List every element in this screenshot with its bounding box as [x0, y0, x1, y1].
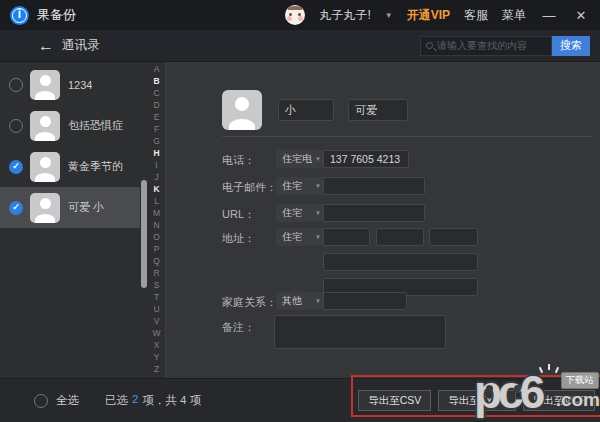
- alphabet-letter[interactable]: E: [154, 113, 160, 122]
- last-name-field[interactable]: [348, 99, 408, 121]
- alphabet-letter[interactable]: Q: [153, 257, 160, 266]
- selection-count: 2: [132, 393, 138, 408]
- alphabet-letter[interactable]: V: [154, 317, 160, 326]
- alphabet-letter[interactable]: R: [153, 269, 159, 278]
- select-all-radio[interactable]: [34, 394, 48, 408]
- user-avatar[interactable]: [285, 5, 305, 25]
- notes-label: 备注：: [222, 320, 255, 335]
- alphabet-letter[interactable]: O: [153, 233, 160, 242]
- address-label: 地址：: [222, 231, 255, 246]
- open-vip-link[interactable]: 开通VIP: [407, 7, 450, 24]
- alphabet-letter[interactable]: C: [153, 89, 159, 98]
- family-field[interactable]: [323, 292, 407, 310]
- url-label: URL：: [222, 207, 255, 222]
- page-title: 通讯录: [62, 37, 100, 54]
- contact-name: 1234: [68, 79, 92, 91]
- alphabet-letter[interactable]: X: [154, 341, 160, 350]
- search-box: [420, 36, 552, 56]
- address-field-1[interactable]: [323, 228, 370, 246]
- search-icon: [426, 42, 433, 49]
- notes-textarea[interactable]: [274, 315, 446, 349]
- alphabet-letter[interactable]: M: [153, 209, 160, 218]
- selection-summary: 已选 2 项，共 4 项: [105, 393, 201, 408]
- chevron-down-icon: ▼: [315, 234, 321, 240]
- alphabet-letter[interactable]: D: [153, 101, 159, 110]
- alphabet-letter[interactable]: L: [154, 197, 159, 206]
- list-scrollbar-thumb[interactable]: [141, 180, 147, 288]
- alphabet-letter[interactable]: T: [154, 293, 159, 302]
- address-field-2[interactable]: [376, 228, 424, 246]
- alphabet-letter[interactable]: W: [152, 329, 160, 338]
- export-csv-button[interactable]: 导出至CSV: [358, 390, 431, 411]
- selection-suffix: 项，共 4 项: [142, 393, 201, 408]
- alphabet-letter[interactable]: J: [154, 173, 158, 182]
- contact-avatar: [30, 193, 60, 223]
- contact-row[interactable]: 包括恐惧症: [0, 105, 140, 146]
- contact-row[interactable]: 1234: [0, 64, 140, 105]
- phone-type-dropdown[interactable]: 住宅电话 ▼: [276, 150, 324, 168]
- address-type-dropdown[interactable]: 住宅 ▼: [276, 228, 324, 246]
- family-label: 家庭关系：: [222, 295, 277, 310]
- email-field[interactable]: [323, 177, 425, 195]
- user-name[interactable]: 丸子丸子!: [319, 7, 370, 24]
- support-link[interactable]: 客服: [464, 7, 488, 24]
- chevron-down-icon: ▼: [315, 210, 321, 216]
- first-name-field[interactable]: [278, 99, 334, 121]
- alphabet-letter[interactable]: Z: [154, 365, 159, 374]
- alphabet-letter[interactable]: I: [155, 161, 157, 170]
- contact-row-selected[interactable]: 可爱 小: [0, 187, 140, 228]
- address-field-3[interactable]: [429, 228, 478, 246]
- alphabet-letter[interactable]: A: [154, 65, 160, 74]
- email-label: 电子邮件：: [222, 180, 277, 195]
- back-arrow-icon[interactable]: ←: [38, 37, 54, 55]
- phone-number-field[interactable]: [323, 150, 409, 168]
- contact-checkbox[interactable]: [9, 119, 23, 133]
- contact-avatar: [30, 111, 60, 141]
- detail-avatar[interactable]: [222, 90, 262, 130]
- menu-link[interactable]: 菜单: [502, 7, 526, 24]
- contact-checkbox-checked[interactable]: [9, 201, 23, 215]
- url-field[interactable]: [323, 204, 425, 222]
- email-type-dropdown[interactable]: 住宅 ▼: [276, 177, 324, 195]
- app-title: 果备份: [37, 6, 76, 24]
- contact-row[interactable]: 黄金季节的: [0, 146, 140, 187]
- url-type-dropdown[interactable]: 住宅 ▼: [276, 204, 324, 222]
- phone-type-value: 住宅电话: [282, 152, 312, 166]
- user-menu-caret-icon[interactable]: ▼: [385, 11, 393, 20]
- alphabet-letter[interactable]: P: [154, 245, 160, 254]
- minimize-button[interactable]: —: [540, 8, 558, 23]
- email-type-value: 住宅: [282, 179, 302, 193]
- app-window: 果备份 丸子丸子! ▼ 开通VIP 客服 菜单 — ✕ ← 通讯录 搜索 123: [0, 0, 600, 422]
- phone-label: 电话：: [222, 153, 255, 168]
- detail-divider: [222, 136, 592, 137]
- alphabet-letter[interactable]: Y: [154, 353, 160, 362]
- alphabet-letter[interactable]: U: [153, 305, 159, 314]
- chevron-down-icon: ▼: [315, 183, 321, 189]
- export-vcf-button[interactable]: 导出至VCF: [523, 390, 596, 411]
- chevron-down-icon: ▼: [315, 156, 321, 162]
- contact-checkbox[interactable]: [9, 78, 23, 92]
- url-type-value: 住宅: [282, 206, 302, 220]
- toolbar: ← 通讯录 搜索: [0, 30, 600, 62]
- family-type-dropdown[interactable]: 其他 ▼: [276, 292, 324, 310]
- search-button[interactable]: 搜索: [552, 36, 590, 56]
- alphabet-letter[interactable]: F: [154, 125, 159, 134]
- search-input[interactable]: [437, 40, 546, 51]
- contact-avatar: [30, 152, 60, 182]
- alphabet-letter[interactable]: N: [153, 221, 159, 230]
- close-button[interactable]: ✕: [572, 8, 590, 23]
- list-scrollbar[interactable]: [140, 62, 148, 378]
- select-all-label: 全选: [56, 393, 79, 408]
- contact-name: 黄金季节的: [68, 159, 123, 174]
- export-excel-button[interactable]: 导出至Excel: [438, 390, 515, 411]
- alphabet-letter[interactable]: K: [153, 185, 159, 194]
- alphabet-letter[interactable]: S: [154, 281, 160, 290]
- alphabet-letter[interactable]: B: [153, 77, 159, 86]
- titlebar: 果备份 丸子丸子! ▼ 开通VIP 客服 菜单 — ✕: [0, 0, 600, 30]
- contact-checkbox-checked[interactable]: [9, 160, 23, 174]
- contact-name: 可爱 小: [68, 200, 104, 215]
- alphabet-letter[interactable]: G: [153, 137, 160, 146]
- alphabet-letter[interactable]: H: [153, 149, 159, 158]
- address-field-4[interactable]: [323, 253, 478, 271]
- contact-detail-panel: 电话： 住宅电话 ▼ 电子邮件： 住宅 ▼ URL： 住宅 ▼ 地址： 住宅 ▼: [167, 62, 600, 378]
